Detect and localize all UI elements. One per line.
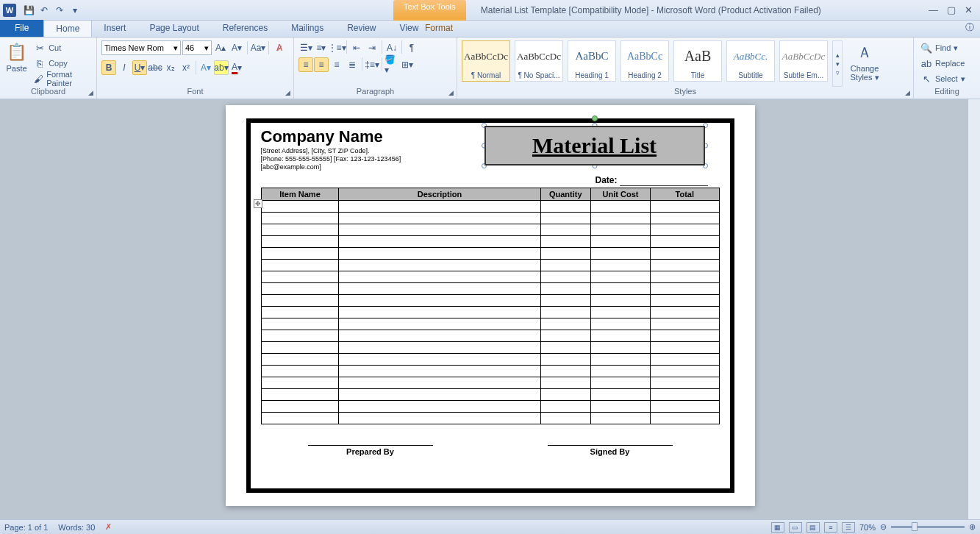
underline-button[interactable]: U▾	[132, 60, 147, 75]
zoom-slider[interactable]	[891, 526, 965, 528]
styles-more-button[interactable]: ▴▾▿	[832, 40, 843, 87]
paragraph-launcher[interactable]: ◢	[446, 88, 455, 97]
material-table[interactable]: Item Name Description Quantity Unit Cost…	[261, 188, 720, 424]
font-size-combo[interactable]: 46▾	[182, 40, 212, 55]
tab-references[interactable]: References	[211, 20, 279, 37]
align-right-button[interactable]: ≡	[329, 57, 344, 72]
change-styles-button[interactable]: Ａ Change Styles ▾	[850, 40, 879, 87]
clear-formatting-button[interactable]: A̷	[272, 40, 287, 55]
close-button[interactable]: ✕	[965, 4, 973, 15]
table-row[interactable]	[261, 318, 719, 330]
table-row[interactable]	[261, 401, 719, 413]
tab-insert[interactable]: Insert	[92, 20, 137, 37]
align-center-button[interactable]: ≡	[314, 57, 329, 72]
shading-button[interactable]: 🪣▾	[385, 57, 399, 72]
company-block[interactable]: Company Name [Street Address], [City, ST…	[261, 127, 401, 171]
style-no-spacing[interactable]: AaBbCcDc¶ No Spaci...	[515, 40, 563, 82]
style-heading-1[interactable]: AaBbCHeading 1	[568, 40, 616, 82]
minimize-button[interactable]: —	[929, 4, 938, 15]
web-layout-view[interactable]: ▤	[806, 522, 820, 533]
copy-button[interactable]: ⎘Copy	[32, 56, 92, 71]
table-row[interactable]	[261, 283, 719, 295]
paste-button[interactable]: 📋 Paste	[4, 40, 29, 73]
tab-page-layout[interactable]: Page Layout	[137, 20, 210, 37]
save-icon[interactable]: 💾	[22, 4, 35, 17]
table-row[interactable]	[261, 295, 719, 307]
tab-home[interactable]: Home	[43, 20, 92, 37]
table-row[interactable]	[261, 236, 719, 248]
align-left-button[interactable]: ≡	[298, 57, 313, 72]
table-row[interactable]	[261, 413, 719, 424]
ribbon-help-icon[interactable]: ⓘ	[959, 18, 980, 37]
tab-format[interactable]: Format	[413, 20, 465, 37]
redo-icon[interactable]: ↷	[53, 4, 66, 17]
document-canvas[interactable]: Company Name [Street Address], [City, ST…	[0, 99, 980, 519]
table-row[interactable]	[261, 354, 719, 366]
multilevel-button[interactable]: ⋮≡▾	[329, 40, 344, 55]
font-name-combo[interactable]: Times New Rom▾	[101, 40, 181, 55]
table-row[interactable]	[261, 213, 719, 224]
qat-customize-icon[interactable]: ▾	[68, 4, 82, 17]
undo-icon[interactable]: ↶	[37, 4, 51, 17]
signed-by-field[interactable]: Signed By	[548, 445, 673, 456]
table-row[interactable]	[261, 342, 719, 354]
bold-button[interactable]: B	[101, 60, 116, 75]
style-heading-2[interactable]: AaBbCcHeading 2	[620, 40, 669, 82]
table-row[interactable]	[261, 377, 719, 389]
change-case-button[interactable]: Aa▾	[251, 40, 265, 55]
style-subtitle[interactable]: AaBbCc.Subtitle	[726, 40, 775, 82]
table-row[interactable]	[261, 366, 719, 377]
file-tab[interactable]: File	[0, 20, 43, 37]
shrink-font-button[interactable]: A▾	[229, 40, 244, 55]
bullets-button[interactable]: ☰▾	[298, 40, 313, 55]
table-row[interactable]	[261, 260, 719, 271]
clipboard-launcher[interactable]: ◢	[86, 88, 95, 97]
font-launcher[interactable]: ◢	[283, 88, 292, 97]
find-button[interactable]: 🔍Find ▾	[918, 40, 968, 55]
table-row[interactable]	[261, 224, 719, 236]
proofing-icon[interactable]: ✗	[105, 522, 112, 532]
cut-button[interactable]: ✂Cut	[32, 40, 92, 55]
select-button[interactable]: ↖Select ▾	[918, 71, 968, 86]
numbering-button[interactable]: ≡▾	[314, 40, 329, 55]
table-row[interactable]	[261, 271, 719, 283]
highlight-button[interactable]: ab▾	[214, 60, 229, 75]
full-screen-view[interactable]: ▭	[789, 522, 802, 533]
style-title[interactable]: AaBTitle	[673, 40, 722, 82]
table-row[interactable]	[261, 307, 719, 318]
print-layout-view[interactable]: ▦	[771, 522, 784, 533]
zoom-out-button[interactable]: ⊖	[880, 522, 887, 532]
table-row[interactable]	[261, 201, 719, 213]
zoom-level[interactable]: 70%	[859, 523, 876, 532]
material-list-textbox[interactable]: Material List	[484, 126, 705, 165]
table-row[interactable]	[261, 330, 719, 342]
date-field[interactable]: Date:	[251, 172, 730, 188]
subscript-button[interactable]: x₂	[163, 60, 178, 75]
page-status[interactable]: Page: 1 of 1	[4, 523, 48, 532]
style-normal[interactable]: AaBbCcDc¶ Normal	[462, 40, 510, 82]
italic-button[interactable]: I	[117, 60, 132, 75]
sort-button[interactable]: A↓	[385, 40, 399, 55]
table-row[interactable]	[261, 248, 719, 260]
replace-button[interactable]: abReplace	[918, 56, 968, 71]
justify-button[interactable]: ≣	[345, 57, 360, 72]
format-painter-button[interactable]: 🖌Format Painter	[32, 71, 92, 86]
superscript-button[interactable]: x²	[179, 60, 193, 75]
zoom-in-button[interactable]: ⊕	[969, 522, 976, 532]
rotate-handle[interactable]	[592, 115, 598, 121]
strikethrough-button[interactable]: abc	[148, 60, 162, 75]
vertical-scrollbar[interactable]	[968, 99, 980, 519]
increase-indent-button[interactable]: ⇥	[365, 40, 379, 55]
table-row[interactable]	[261, 389, 719, 401]
maximize-button[interactable]: ▢	[947, 4, 956, 15]
word-count[interactable]: Words: 30	[58, 523, 95, 532]
styles-launcher[interactable]: ◢	[903, 88, 912, 97]
decrease-indent-button[interactable]: ⇤	[349, 40, 364, 55]
show-marks-button[interactable]: ¶	[404, 40, 419, 55]
line-spacing-button[interactable]: ‡≡▾	[365, 57, 379, 72]
draft-view[interactable]: ☰	[842, 522, 855, 533]
text-effects-button[interactable]: A▾	[198, 60, 213, 75]
tab-mailings[interactable]: Mailings	[279, 20, 335, 37]
borders-button[interactable]: ⊞▾	[400, 57, 415, 72]
tab-review[interactable]: Review	[335, 20, 387, 37]
